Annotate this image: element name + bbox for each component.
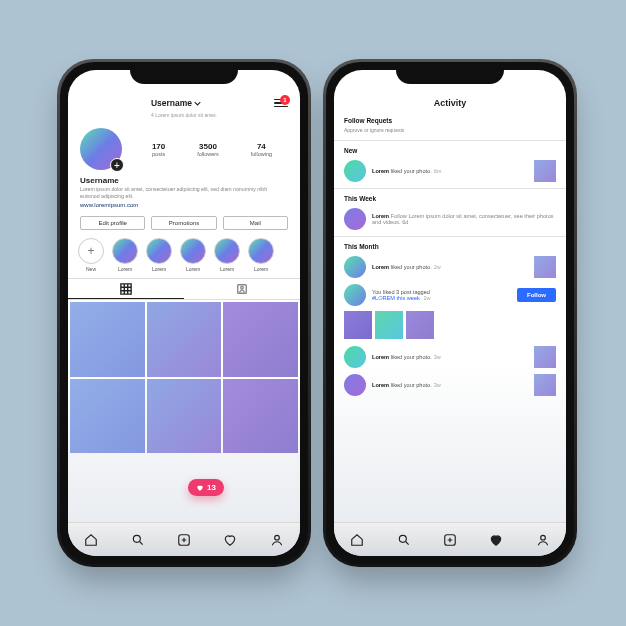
highlight-item[interactable]: Lorem — [180, 238, 206, 272]
phone-notch — [396, 62, 504, 84]
bio-username: Username — [80, 176, 288, 185]
bio-description: Lorem ipsum dolor sit amet, consectetuer… — [80, 186, 288, 200]
nav-activity[interactable] — [223, 533, 237, 547]
phone-notch — [130, 62, 238, 84]
highlight-item[interactable]: Lorem — [214, 238, 240, 272]
svg-point-1 — [241, 286, 244, 289]
add-story-button[interactable]: + — [110, 158, 124, 172]
profile-username-dropdown[interactable]: Username — [151, 98, 201, 108]
edit-profile-button[interactable]: Edit profile — [80, 216, 145, 230]
post-thumbnail[interactable] — [406, 311, 434, 339]
chevron-down-icon — [194, 101, 201, 106]
nav-home[interactable] — [84, 533, 98, 547]
post-thumbnail[interactable] — [147, 302, 222, 377]
heart-icon — [489, 533, 503, 547]
follow-requests-heading[interactable]: Follow Requets — [334, 114, 566, 127]
home-icon — [350, 533, 364, 547]
likes-popup: 13 — [188, 479, 224, 496]
svg-point-7 — [540, 535, 545, 540]
section-new: New — [334, 144, 566, 157]
phone-profile: Username 1 4 Lorem ipsum dolor sit amet.… — [60, 62, 308, 564]
posts-grid — [68, 300, 300, 453]
home-icon — [84, 533, 98, 547]
avatar[interactable] — [344, 160, 366, 182]
user-icon — [536, 533, 550, 547]
post-thumbnail[interactable] — [375, 311, 403, 339]
nav-add[interactable] — [177, 533, 191, 547]
highlight-item[interactable]: Lorem — [146, 238, 172, 272]
mail-button[interactable]: Mail — [223, 216, 288, 230]
post-thumbnail[interactable] — [70, 302, 145, 377]
search-icon — [131, 533, 145, 547]
search-icon — [397, 533, 411, 547]
notification-badge: 1 — [280, 95, 290, 105]
highlights-row: +New Lorem Lorem Lorem Lorem Lorem — [68, 238, 300, 278]
stat-followers[interactable]: 3500followers — [197, 142, 219, 157]
stat-following[interactable]: 74following — [251, 142, 272, 157]
avatar[interactable] — [344, 284, 366, 306]
highlight-item[interactable]: Lorem — [112, 238, 138, 272]
avatar[interactable] — [344, 374, 366, 396]
nav-search[interactable] — [397, 533, 411, 547]
nav-home[interactable] — [350, 533, 364, 547]
post-thumbnail[interactable] — [534, 346, 556, 368]
profile-stats: 170posts 3500followers 74following — [136, 142, 288, 157]
avatar[interactable] — [344, 208, 366, 230]
section-this-month: This Month — [334, 240, 566, 253]
plus-square-icon — [177, 533, 191, 547]
activity-title: Activity — [334, 94, 566, 114]
nav-search[interactable] — [131, 533, 145, 547]
promotions-button[interactable]: Promotions — [151, 216, 216, 230]
activity-row[interactable]: Lorem liked your photo.3w — [334, 371, 566, 399]
tagged-icon — [236, 283, 248, 295]
plus-square-icon — [443, 533, 457, 547]
activity-row-tagged[interactable]: You liked 3 post tagged #LOREM this week… — [334, 281, 566, 309]
activity-row[interactable]: Lorem liked your photo.6m — [334, 157, 566, 185]
heart-icon — [196, 484, 204, 492]
follow-button[interactable]: Follow — [517, 288, 556, 302]
user-icon — [270, 533, 284, 547]
profile-avatar[interactable]: + — [80, 128, 122, 170]
nav-profile[interactable] — [536, 533, 550, 547]
nav-activity[interactable] — [489, 533, 503, 547]
menu-button[interactable]: 1 — [272, 99, 288, 107]
profile-topbar: Username 1 — [68, 94, 300, 114]
highlight-item[interactable]: Lorem — [248, 238, 274, 272]
post-thumbnail[interactable] — [147, 379, 222, 454]
svg-point-4 — [274, 535, 279, 540]
tagged-thumbnails — [334, 309, 566, 343]
follow-requests-sub: Approve or ignore requests — [334, 127, 566, 137]
activity-row[interactable]: Lorem liked your photo.3w — [334, 343, 566, 371]
svg-point-5 — [399, 535, 406, 542]
phone-activity: Activity Follow Requets Approve or ignor… — [326, 62, 574, 564]
post-thumbnail[interactable] — [534, 374, 556, 396]
activity-row[interactable]: Lorem liked your photo.2w — [334, 253, 566, 281]
post-thumbnail[interactable] — [223, 379, 298, 454]
heart-icon — [223, 533, 237, 547]
post-thumbnail[interactable] — [70, 379, 145, 454]
activity-row[interactable]: Lorem Follow Lorem ipsum dolor sit amet,… — [334, 205, 566, 233]
nav-profile[interactable] — [270, 533, 284, 547]
post-thumbnail[interactable] — [223, 302, 298, 377]
stat-posts[interactable]: 170posts — [152, 142, 165, 157]
post-thumbnail[interactable] — [344, 311, 372, 339]
avatar[interactable] — [344, 256, 366, 278]
bottom-nav — [334, 522, 566, 556]
nav-add[interactable] — [443, 533, 457, 547]
svg-point-2 — [133, 535, 140, 542]
section-this-week: This Week — [334, 192, 566, 205]
grid-icon — [120, 283, 132, 295]
bottom-nav — [68, 522, 300, 556]
bio-link[interactable]: www.loremipsum.com — [80, 202, 288, 208]
post-thumbnail[interactable] — [534, 160, 556, 182]
post-thumbnail[interactable] — [534, 256, 556, 278]
highlight-new[interactable]: +New — [78, 238, 104, 272]
tab-grid[interactable] — [68, 279, 184, 299]
tab-tagged[interactable] — [184, 279, 300, 299]
avatar[interactable] — [344, 346, 366, 368]
